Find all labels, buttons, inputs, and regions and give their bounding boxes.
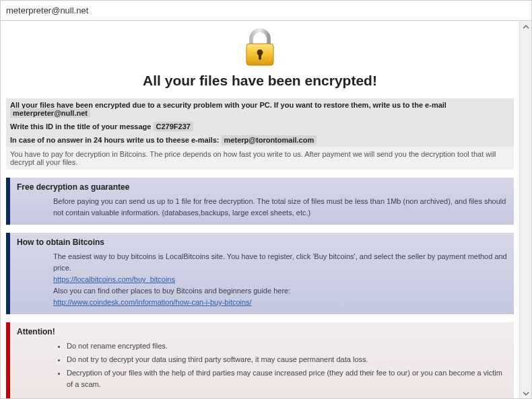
list-item: Do not try to decrypt your data using th… xyxy=(67,354,507,365)
intro-line-2: Write this ID in the title of your messa… xyxy=(6,120,514,133)
contact-email-1: meterpreter@null.net xyxy=(10,108,90,118)
panel-title-btc: How to obtain Bitcoins xyxy=(17,238,507,247)
payment-note: You have to pay for decryption in Bitcoi… xyxy=(6,147,514,170)
window-title: meterpreter@null.net xyxy=(6,5,88,15)
svg-rect-2 xyxy=(259,53,261,60)
intro3-text: In case of no answer in 24 hours write u… xyxy=(10,136,222,144)
window-titlebar: meterpreter@null.net xyxy=(1,1,531,21)
vertical-scrollbar[interactable] xyxy=(519,21,531,399)
panel-text-free: Before paying you can send us up to 1 fi… xyxy=(17,196,507,219)
lock-icon xyxy=(242,28,278,69)
btc-line-1: The easiest way to buy bitcoins is Local… xyxy=(53,251,507,274)
intro-line-1: All your files have been encrypted due t… xyxy=(6,98,514,120)
page-title: All your files have been encrypted! xyxy=(6,73,514,89)
scroll-up-arrow-icon[interactable] xyxy=(521,22,531,32)
scroll-down-arrow-icon[interactable] xyxy=(521,389,531,398)
main-content: All your files have been encrypted! All … xyxy=(1,21,519,399)
intro-line-3: In case of no answer in 24 hours write u… xyxy=(6,133,514,147)
attention-list: Do not rename encrypted files. Do not tr… xyxy=(53,340,507,390)
link-localbitcoins[interactable]: https://localbitcoins.com/buy_bitcoins xyxy=(53,275,175,283)
btc-line-2: Also you can find other places to buy Bi… xyxy=(53,285,507,297)
list-item: Do not rename encrypted files. xyxy=(67,340,507,352)
panel-title-attention: Attention! xyxy=(17,327,507,336)
panel-obtain-bitcoins: How to obtain Bitcoins The easiest way t… xyxy=(6,233,514,314)
victim-id: C279F237 xyxy=(154,122,193,131)
panel-free-decryption: Free decryption as guarantee Before payi… xyxy=(6,178,514,225)
list-item: Decryption of your files with the help o… xyxy=(67,367,507,390)
intro2-text: Write this ID in the title of your messa… xyxy=(10,122,154,131)
contact-email-2: meterp@torontomail.com xyxy=(222,135,317,145)
panel-attention: Attention! Do not rename encrypted files… xyxy=(6,322,514,398)
panel-title-free: Free decryption as guarantee xyxy=(17,182,507,192)
link-coindesk[interactable]: http://www.coindesk.com/information/how-… xyxy=(53,298,252,306)
